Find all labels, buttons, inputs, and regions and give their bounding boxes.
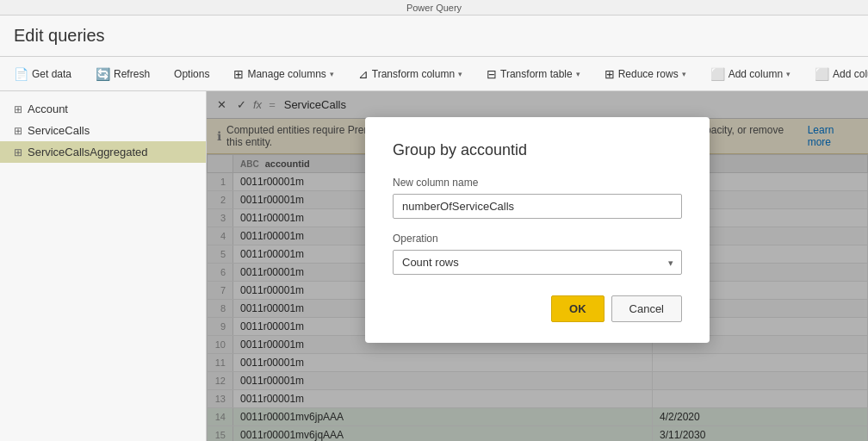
- sidebar-item-servicecallsaggregated-label: ServiceCallsAggregated: [28, 146, 147, 158]
- manage-columns-arrow: ▾: [330, 70, 334, 78]
- modal-overlay: Group by accountid New column name Opera…: [207, 91, 868, 441]
- operation-field: Operation Count rowsSumAverageMinMaxCoun…: [393, 233, 682, 275]
- account-table-icon: ⊞: [14, 103, 22, 115]
- ok-button[interactable]: OK: [551, 295, 604, 322]
- main-layout: ⊞ Account ⊞ ServiceCalls ⊞ ServiceCallsA…: [0, 91, 868, 441]
- get-data-icon: 📄: [14, 67, 28, 81]
- transform-column-arrow: ▾: [458, 70, 462, 78]
- modal-title: Group by accountid: [393, 141, 682, 159]
- sidebar-item-account[interactable]: ⊞ Account: [0, 98, 206, 120]
- manage-columns-icon: ⊞: [233, 67, 244, 81]
- options-button[interactable]: Options: [167, 65, 216, 84]
- sidebar-item-account-label: Account: [28, 102, 68, 115]
- refresh-button[interactable]: 🔄 Refresh: [89, 64, 157, 84]
- group-by-modal: Group by accountid New column name Opera…: [365, 117, 710, 343]
- add-column-from-ex-button[interactable]: ⬜ Add column from ex: [808, 64, 868, 84]
- cancel-button[interactable]: Cancel: [611, 295, 682, 322]
- reduce-rows-arrow: ▾: [682, 70, 686, 78]
- sidebar-item-servicecallsaggregated[interactable]: ⊞ ServiceCallsAggregated: [0, 141, 206, 163]
- page-title: Edit queries: [14, 26, 105, 46]
- add-column-button[interactable]: ⬜ Add column ▾: [704, 64, 797, 84]
- transform-table-arrow: ▾: [576, 70, 580, 78]
- operation-select-wrapper: Count rowsSumAverageMinMaxCount distinct…: [393, 250, 682, 275]
- transform-column-button[interactable]: ⊿ Transform column ▾: [351, 64, 469, 84]
- content-area: ✕ ✓ fx = ℹ Computed entities require Pre…: [207, 91, 868, 441]
- transform-table-icon: ⊟: [487, 67, 497, 81]
- add-column-arrow: ▾: [786, 70, 790, 78]
- column-name-label: New column name: [393, 177, 682, 189]
- add-column-from-ex-icon: ⬜: [815, 67, 829, 81]
- servicecalls-table-icon: ⊞: [14, 125, 22, 137]
- add-column-icon: ⬜: [710, 67, 725, 81]
- reduce-rows-icon: ⊞: [604, 67, 615, 81]
- app-title: Power Query: [406, 3, 462, 13]
- modal-actions: OK Cancel: [393, 295, 682, 322]
- transform-column-icon: ⊿: [358, 67, 369, 81]
- sidebar: ⊞ Account ⊞ ServiceCalls ⊞ ServiceCallsA…: [0, 91, 207, 441]
- top-bar: Power Query: [0, 0, 868, 16]
- servicecallsaggregated-table-icon: ⊞: [14, 146, 22, 158]
- manage-columns-button[interactable]: ⊞ Manage columns ▾: [226, 64, 340, 84]
- operation-select[interactable]: Count rowsSumAverageMinMaxCount distinct…: [393, 250, 682, 275]
- get-data-button[interactable]: 📄 Get data: [7, 64, 78, 84]
- transform-table-button[interactable]: ⊟ Transform table ▾: [480, 64, 587, 84]
- refresh-icon: 🔄: [96, 67, 110, 81]
- sidebar-item-servicecalls[interactable]: ⊞ ServiceCalls: [0, 120, 206, 141]
- operation-label: Operation: [393, 233, 682, 245]
- sidebar-item-servicecalls-label: ServiceCalls: [28, 124, 90, 137]
- title-bar: Edit queries: [0, 16, 868, 57]
- reduce-rows-button[interactable]: ⊞ Reduce rows ▾: [598, 64, 693, 84]
- toolbar: 📄 Get data 🔄 Refresh Options ⊞ Manage co…: [0, 57, 868, 91]
- column-name-input[interactable]: [393, 194, 682, 219]
- column-name-field: New column name: [393, 177, 682, 219]
